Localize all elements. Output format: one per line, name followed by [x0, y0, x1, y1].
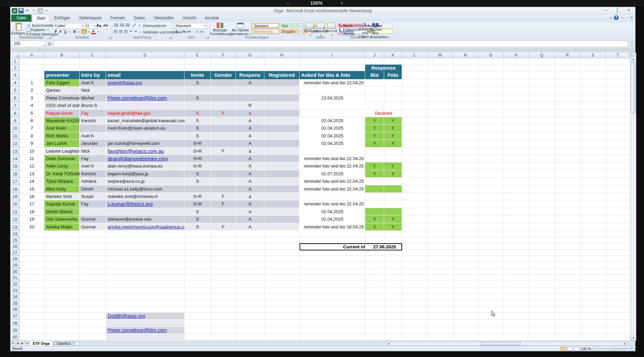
cell-A10[interactable]: 7	[19, 125, 44, 132]
cell-C18[interactable]: Dimitri	[80, 185, 106, 193]
name-box[interactable]: J33▾	[11, 41, 46, 47]
expand-formula-bar-icon[interactable]: ▴▾	[629, 41, 635, 47]
row-header-33[interactable]: 33	[11, 287, 19, 294]
cell-I23[interactable]: reminder foto and bio 28.04.25	[299, 223, 365, 231]
cell-K23[interactable]: Y	[384, 223, 402, 231]
grow-font-icon[interactable]: A▴	[96, 23, 101, 28]
last-sheet-icon[interactable]: ⏭	[25, 341, 29, 346]
horizontal-scrollbar[interactable]: ◀ ▶	[385, 341, 628, 346]
cell-I16[interactable]: 01.07.2025	[299, 170, 365, 178]
minimize-button[interactable]: —	[601, 8, 610, 13]
cell-E6[interactable]: S	[184, 94, 211, 102]
cell-F21[interactable]	[211, 208, 236, 216]
cell-B20[interactable]: Supraja Kumar	[44, 200, 80, 208]
sheet-tab-etf-orga[interactable]: ETF Orga	[29, 341, 53, 346]
thousands-format-icon[interactable]: 000	[186, 29, 191, 34]
row-header-28[interactable]: 28	[11, 256, 19, 262]
cell-F22[interactable]	[211, 216, 236, 223]
row-header-19[interactable]: 19	[11, 193, 19, 200]
cell-F4[interactable]	[211, 79, 236, 87]
cell-E9[interactable]: S	[184, 117, 211, 125]
cell-G23[interactable]: A	[236, 223, 264, 231]
cell-K15[interactable]: Y	[384, 162, 402, 170]
cell-G18[interactable]: A	[236, 185, 264, 193]
cell-E8[interactable]: S	[184, 110, 211, 117]
cell-J12[interactable]: Y	[365, 140, 384, 147]
cell-B14[interactable]: Dean Donovan	[44, 155, 80, 162]
cell-F5[interactable]	[211, 87, 236, 94]
cell-H6[interactable]	[264, 94, 299, 102]
copy-button[interactable]: Kopieren▾	[27, 27, 49, 32]
column-header-N[interactable]: N	[453, 52, 478, 58]
cell-F19[interactable]: F	[211, 193, 236, 200]
cell-E21[interactable]: S	[184, 208, 211, 216]
cell-I21[interactable]: 02.04.2025	[299, 208, 365, 216]
cell-A21[interactable]: 18	[19, 208, 44, 216]
row-header-27[interactable]: 27	[11, 250, 19, 256]
row-header-31[interactable]: 31	[11, 275, 19, 281]
cell-A17[interactable]: 14	[19, 178, 44, 185]
cell-A13[interactable]: 10	[19, 148, 44, 155]
row-header-16[interactable]: 16	[11, 170, 19, 178]
cell-H10[interactable]	[264, 125, 299, 132]
cell-D10[interactable]: Axel.Krein@clean-aviation.eu	[106, 125, 184, 132]
cell-K10[interactable]: Y	[384, 125, 402, 132]
row-header-11[interactable]: 11	[11, 132, 19, 140]
cell-E10[interactable]: S	[184, 125, 211, 132]
cell-F6[interactable]	[211, 94, 236, 102]
cell-A19[interactable]: 16	[19, 193, 44, 200]
cell-H21[interactable]	[264, 208, 299, 216]
cell-D12[interactable]: jan.ludvik@honeywell.com	[106, 140, 184, 147]
workbook-restore-icon[interactable]: ▫	[627, 15, 628, 20]
dialog-launcher-icon[interactable]	[206, 36, 209, 39]
cell-D11[interactable]	[106, 132, 184, 140]
cell-K12[interactable]: Y	[384, 140, 402, 147]
cell-C7[interactable]: Bruno S	[80, 102, 106, 109]
cell-C12[interactable]: Jaroslav	[80, 140, 106, 147]
cell-A23[interactable]: 20	[19, 223, 44, 231]
italic-button[interactable]: K	[58, 29, 63, 34]
cell-F9[interactable]	[211, 117, 236, 125]
cell-D4[interactable]: eggertf@atag.org	[106, 79, 184, 87]
cell-F16[interactable]	[211, 170, 236, 178]
cell-B9[interactable]: Masahide KAZARI	[44, 117, 80, 125]
cell-B21[interactable]: Dimitri Mavris	[44, 208, 80, 216]
scroll-down-icon[interactable]: ▼	[631, 335, 636, 340]
column-header-O[interactable]: O	[478, 52, 504, 58]
cell-F23[interactable]: F	[211, 223, 236, 231]
column-header-G[interactable]: G	[236, 52, 264, 58]
row-header-32[interactable]: 32	[11, 281, 19, 288]
cell-style-item[interactable]: Gut	[280, 23, 308, 28]
row-header-17[interactable]: 17	[11, 178, 19, 185]
increase-decimal-icon[interactable]: ←.0	[193, 29, 198, 34]
cell-C16[interactable]: Kenichi	[80, 170, 106, 178]
ribbon-tab-datei[interactable]: Datei	[11, 15, 31, 22]
cell-D23[interactable]: annika.meijerhenriksson@saabgroup.com	[106, 223, 184, 231]
cell-H5[interactable]	[264, 87, 299, 94]
cell-C19[interactable]: Susan	[80, 193, 106, 200]
underline-button[interactable]: U	[63, 29, 68, 34]
cell-C14[interactable]: Fay	[80, 155, 106, 162]
cell-H9[interactable]	[264, 117, 299, 125]
row-header-10[interactable]: 10	[11, 125, 19, 132]
cell-H18[interactable]	[264, 185, 299, 193]
wrap-text-button[interactable]: ↵Zeilenumbruch	[138, 23, 166, 28]
format-cells-button[interactable]: Format▾	[326, 23, 337, 37]
row-header-3[interactable]: 3	[11, 71, 19, 79]
font-family-combo[interactable]: Calibri▾	[53, 23, 85, 29]
cell-C20[interactable]: Fay	[80, 200, 106, 208]
column-header-P[interactable]: P	[504, 52, 529, 58]
cell-B22[interactable]: Dan Delaurentis	[44, 216, 80, 223]
cell-D8[interactable]: raquel.girvin@faa.gov	[106, 110, 184, 117]
cell-K21[interactable]	[384, 208, 402, 216]
font-size-combo[interactable]: 11▾	[84, 23, 97, 29]
dialog-launcher-icon[interactable]	[48, 36, 51, 39]
row-header-30[interactable]: 30	[11, 269, 19, 275]
cell-B7[interactable]: CEO chief of staff	[44, 102, 80, 109]
row-header-21[interactable]: 21	[11, 208, 19, 216]
cell-I18[interactable]: reminder foto and bio 22.04.25	[299, 185, 365, 193]
formula-input[interactable]	[53, 41, 628, 47]
cell-B19[interactable]: Marieke Smit	[44, 193, 80, 200]
insert-function-icon[interactable]: fx	[46, 41, 53, 46]
cell-D20[interactable]: s.kumar@theicct.org	[106, 200, 184, 208]
